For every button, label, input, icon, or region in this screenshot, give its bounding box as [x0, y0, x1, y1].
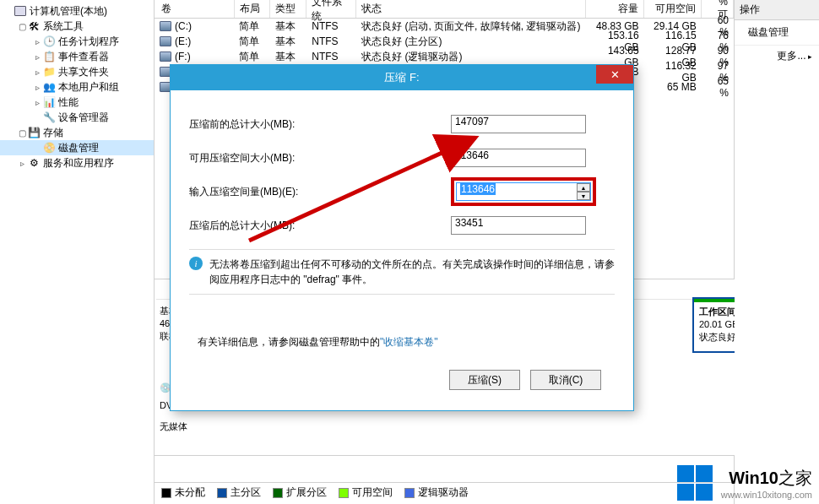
event-icon: 📋 [42, 50, 56, 63]
tree-event-viewer[interactable]: ▹📋事件查看器 [0, 49, 154, 64]
spinner[interactable]: ▲▼ [577, 183, 590, 200]
shrink-dialog: 压缩 F: ✕ 压缩前的总计大小(MB): 147097 可用压缩空间大小(MB… [170, 64, 634, 411]
legend: 未分配 主分区 扩展分区 可用空间 逻辑驱动器 [155, 482, 735, 502]
services-icon: ⚙ [27, 156, 41, 170]
label-before: 压缩前的总计大小(MB): [189, 117, 451, 132]
col-volume[interactable]: 卷 [155, 0, 235, 18]
col-free[interactable]: 可用空间 [644, 0, 702, 18]
label-available: 可用压缩空间大小(MB): [189, 151, 451, 165]
col-status[interactable]: 状态 [356, 0, 586, 18]
disk-icon: 📀 [42, 141, 56, 154]
spin-down-icon[interactable]: ▼ [577, 192, 590, 200]
shrink-button[interactable]: 压缩(S) [449, 370, 520, 390]
close-icon: ✕ [610, 68, 620, 81]
shrink-amount-input[interactable]: 113646 [456, 182, 591, 201]
col-filesystem[interactable]: 文件系统 [306, 0, 356, 18]
storage-icon: 💾 [27, 126, 41, 139]
watermark: Win10之家 www.win10xitong.com [677, 465, 812, 501]
field-available: 113646 [451, 149, 586, 167]
volumes-header: 卷 布局 类型 文件系统 状态 容量 可用空间 % 可 [155, 0, 734, 19]
legend-primary: 主分区 [231, 485, 261, 500]
device-icon: 🔧 [42, 111, 56, 124]
label-after: 压缩后的总计大小(MB): [189, 219, 451, 233]
dialog-title: 压缩 F: [384, 70, 419, 85]
tree-storage[interactable]: ▢💾存储 [0, 125, 154, 140]
field-before: 147097 [451, 115, 586, 133]
help-link[interactable]: "收缩基本卷" [380, 336, 438, 348]
actions-disk-management[interactable]: 磁盘管理 [735, 20, 819, 46]
tree-disk-management[interactable]: 📀磁盘管理 [0, 140, 154, 155]
clock-icon: 🕒 [42, 35, 56, 48]
col-type[interactable]: 类型 [270, 0, 306, 18]
tree-services-apps[interactable]: ▹⚙服务和应用程序 [0, 155, 154, 171]
folder-icon: 📁 [42, 65, 56, 79]
windows-logo-icon [677, 465, 713, 501]
cancel-button[interactable]: 取消(C) [530, 370, 601, 390]
tree-shared-folders[interactable]: ▹📁共享文件夹 [0, 64, 154, 79]
label-input-amount: 输入压缩空间量(MB)(E): [189, 185, 451, 199]
field-after: 33451 [451, 216, 586, 235]
info-icon: i [189, 257, 203, 270]
info-text: 无法将卷压缩到超出任何不可移动的文件所在的点。有关完成该操作时间的详细信息，请参… [209, 257, 615, 287]
watermark-url: www.win10xitong.com [721, 490, 812, 500]
dialog-titlebar[interactable]: 压缩 F: ✕ [171, 65, 633, 90]
computer-icon [14, 4, 27, 18]
tree-root[interactable]: 计算机管理(本地) [0, 3, 154, 19]
volume-icon [160, 51, 171, 62]
tree-device-manager[interactable]: 🔧设备管理器 [0, 110, 154, 125]
legend-extended: 扩展分区 [286, 485, 327, 500]
legend-logical: 逻辑驱动器 [418, 485, 469, 500]
tree-local-users[interactable]: ▹👥本地用户和组 [0, 79, 154, 95]
close-button[interactable]: ✕ [596, 65, 633, 84]
more-info: 有关详细信息，请参阅磁盘管理帮助中的"收缩基本卷" [189, 301, 615, 361]
tools-icon: 🛠 [27, 19, 41, 33]
volume-icon [160, 21, 171, 31]
nav-tree: 计算机管理(本地) ▢🛠系统工具 ▹🕒任务计划程序 ▹📋事件查看器 ▹📁共享文件… [0, 0, 155, 504]
col-layout[interactable]: 布局 [235, 0, 271, 18]
users-icon: 👥 [42, 80, 56, 94]
legend-unallocated: 未分配 [175, 485, 205, 500]
tree-system-tools[interactable]: ▢🛠系统工具 [0, 19, 154, 34]
perf-icon: 📊 [42, 95, 56, 109]
tree-task-scheduler[interactable]: ▹🕒任务计划程序 [0, 34, 154, 49]
actions-pane: 操作 磁盘管理 更多... [735, 0, 819, 504]
highlight-box: 113646 ▲▼ [451, 177, 596, 206]
volume-icon [160, 36, 171, 46]
actions-header: 操作 [735, 0, 819, 20]
tree-performance[interactable]: ▹📊性能 [0, 95, 154, 110]
legend-free: 可用空间 [352, 485, 393, 500]
col-capacity[interactable]: 容量 [586, 0, 643, 18]
actions-more[interactable]: 更多... [735, 46, 819, 67]
spin-up-icon[interactable]: ▲ [577, 183, 590, 192]
